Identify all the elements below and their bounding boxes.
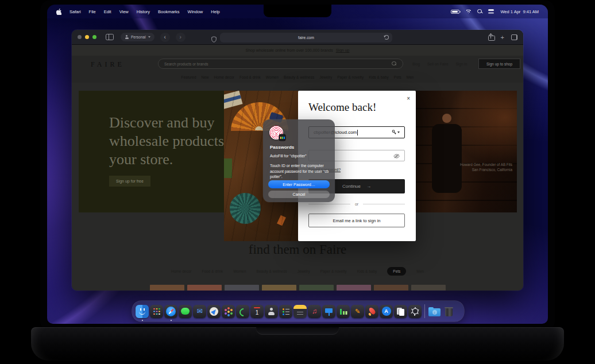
status-icon-control-center[interactable] [488, 9, 494, 14]
window-close-button[interactable] [78, 35, 82, 39]
autofill-key-icon[interactable] [392, 130, 400, 135]
share-icon[interactable] [488, 34, 494, 41]
product-thumbnail [187, 285, 222, 291]
bottom-nav-pill[interactable]: Jewelry [298, 267, 310, 276]
window-zoom-button[interactable] [92, 35, 96, 39]
back-button[interactable] [160, 33, 170, 42]
category-link[interactable]: Kids & baby [369, 75, 389, 79]
bottom-nav-pill[interactable]: Women [233, 267, 246, 276]
dock-app-maps[interactable] [207, 305, 221, 318]
menu-item[interactable]: Edit [104, 9, 111, 14]
category-link[interactable]: Jewelry [319, 75, 332, 79]
signup-to-shop-button[interactable]: Sign up to shop [478, 59, 520, 69]
macbook-desktop: SafariFileEditViewHistoryBookmarksWindow… [0, 0, 595, 364]
cancel-button[interactable]: Cancel [268, 191, 330, 198]
dock-app-music[interactable]: ♫ [308, 305, 321, 318]
apple-menu-icon[interactable] [56, 9, 61, 15]
category-link[interactable]: Pets [394, 75, 401, 79]
header-link[interactable]: Sign in [456, 62, 468, 66]
dock-app-reminders[interactable] [279, 305, 292, 318]
or-label: or [355, 202, 358, 206]
header-link[interactable]: Sell on Faire [427, 62, 449, 66]
bottom-nav-pill[interactable]: Pets [387, 267, 406, 276]
dock-app-rocket[interactable] [365, 305, 378, 318]
window-minimize-button[interactable] [85, 35, 89, 39]
category-link[interactable]: Beauty & wellness [284, 75, 314, 79]
menu-bar-items: SafariFileEditViewHistoryBookmarksWindow… [69, 9, 220, 14]
banner-text: Shop wholesale online from over 100,000 … [246, 48, 333, 52]
profile-switcher[interactable]: Personal [121, 33, 154, 41]
category-link[interactable]: Home decor [214, 75, 234, 79]
dock-app-freeform[interactable] [394, 305, 407, 318]
category-link[interactable]: Featured [181, 75, 196, 79]
enter-password-button[interactable]: Enter Password… [268, 180, 330, 188]
modal-title: Welcome back! [308, 101, 376, 114]
menu-bar-clock[interactable]: Wed 1 Apr 9:41 AM [500, 9, 539, 14]
new-tab-icon[interactable] [501, 34, 504, 41]
menu-item[interactable]: Window [188, 9, 203, 14]
product-thumbnail [262, 285, 296, 291]
dock-app-mail[interactable]: ✉ [193, 305, 206, 318]
forward-button[interactable] [176, 33, 186, 42]
screen: SafariFileEditViewHistoryBookmarksWindow… [47, 5, 548, 324]
bottom-nav-pill[interactable]: Home decor [171, 267, 191, 276]
dock-app-phone[interactable] [236, 305, 249, 318]
faire-logo[interactable]: FAIRE [91, 60, 125, 69]
arrow-right-icon: → [366, 184, 371, 189]
dock-app-numbers[interactable] [337, 305, 350, 318]
dock-app-keynote[interactable] [322, 305, 335, 318]
dock-app-messages[interactable] [179, 305, 192, 318]
status-icon-spotlight[interactable] [477, 9, 482, 14]
dock-app-contacts[interactable] [265, 305, 278, 318]
search-input[interactable]: Search products or brands [158, 59, 403, 69]
category-link[interactable]: Food & drink [239, 75, 261, 79]
bottom-nav-pill[interactable]: Kids & baby [357, 267, 377, 276]
bottom-nav-pill[interactable]: Food & drink [202, 267, 223, 276]
menu-item[interactable]: History [137, 9, 150, 14]
photo-teal-fan [230, 193, 261, 224]
close-icon[interactable]: × [407, 95, 410, 102]
status-icon-wifi[interactable] [465, 9, 472, 14]
menu-item[interactable]: Safari [69, 9, 81, 14]
category-link[interactable]: New [202, 75, 209, 79]
dock-app-photos[interactable] [222, 305, 235, 318]
dock-app-finder[interactable] [136, 305, 149, 318]
hero-text-block: Discover and buy wholesale products for … [79, 91, 224, 212]
banner-signup-link[interactable]: Sign up [336, 48, 350, 52]
dock-app-calendar[interactable]: 1 [250, 305, 264, 318]
menu-item[interactable]: File [89, 9, 96, 14]
dock-app-trash[interactable] [442, 305, 455, 318]
show-password-icon[interactable] [393, 150, 400, 161]
photo-fan-center [255, 126, 263, 130]
reload-icon[interactable] [384, 35, 389, 40]
dock-app-downloads[interactable]: ↓ [428, 305, 441, 318]
bottom-nav-pill[interactable]: Paper & novelty [320, 267, 347, 276]
email-link-button[interactable]: Email me a link to sign in [308, 214, 405, 227]
url-text: faire.com [298, 36, 314, 40]
category-link[interactable]: Paper & novelty [337, 75, 364, 79]
dock-app-app-store[interactable]: A [380, 305, 393, 318]
dock-app-pages[interactable]: ✎ [351, 305, 364, 318]
dock-app-notes[interactable] [293, 305, 307, 318]
camera-notch [264, 5, 331, 17]
dock-app-launchpad[interactable] [150, 305, 163, 318]
search-icon [392, 61, 397, 67]
app-glyph: ✎ [355, 308, 360, 315]
privacy-shield-icon[interactable] [211, 34, 217, 45]
dock-app-safari[interactable] [164, 305, 177, 318]
sidebar-icon[interactable] [106, 34, 114, 40]
tab-overview-icon[interactable] [511, 34, 517, 40]
product-thumbnail [411, 285, 446, 291]
dock-app-settings-wheel[interactable] [408, 305, 422, 318]
signup-free-button[interactable]: Sign up for free [109, 176, 150, 187]
menu-item[interactable]: Bookmarks [158, 9, 180, 14]
status-icon-battery[interactable] [451, 10, 459, 14]
menu-item[interactable]: View [119, 9, 129, 14]
bottom-nav-pill[interactable]: Beauty & wellness [257, 267, 287, 276]
category-link[interactable]: Men [407, 75, 414, 79]
bottom-nav-pill[interactable]: Men [416, 267, 424, 276]
address-bar[interactable]: faire.com [220, 33, 392, 42]
menu-item[interactable]: Help [211, 9, 219, 14]
category-link[interactable]: Women [266, 75, 279, 79]
header-link[interactable]: Blog [412, 62, 420, 66]
